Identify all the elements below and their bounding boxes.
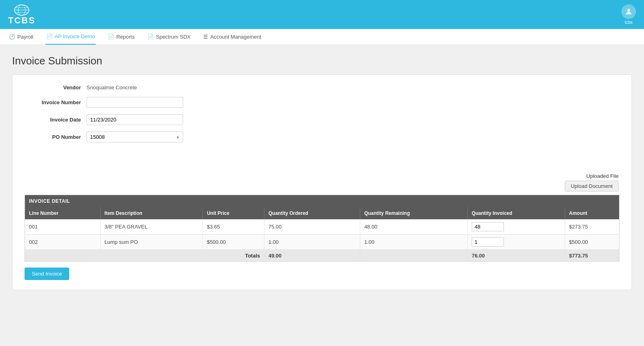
col-line-number: Line Number [25, 207, 101, 219]
col-unit-price: Unit Price [202, 207, 264, 219]
clock-icon: 🕐 [9, 34, 15, 40]
po-number-label: PO Number [25, 134, 81, 140]
invoice-detail-title: INVOICE DETAIL [25, 195, 619, 208]
spectrum-icon: 📄 [147, 34, 154, 40]
nav-bar: 🕐 Payroll 📄 AP Invoice Demo 📄 Reports 📄 … [0, 29, 644, 45]
logo: TCBS [8, 4, 35, 25]
user-icon [625, 8, 633, 16]
table-row: 002 Lump sum PO $500.00 1.00 1.00 $500.0… [25, 235, 619, 250]
nav-account-label: Account Management [210, 34, 261, 40]
cell-line-number: 002 [25, 235, 101, 250]
user-profile[interactable]: tcbs [621, 4, 636, 25]
vendor-label: Vendor [25, 84, 81, 91]
nav-ap-invoice-label: AP Invoice Demo [55, 33, 95, 39]
cell-qty-invoiced[interactable] [467, 235, 565, 250]
vendor-row: Vendor Snoqualmie Concrete [25, 84, 619, 91]
form-spacer [25, 149, 619, 173]
totals-row: Totals 49.00 76.00 $773.75 [25, 250, 619, 262]
qty-invoiced-input-1[interactable] [472, 222, 504, 231]
nav-reports[interactable]: 📄 Reports [107, 29, 136, 45]
cell-qty-ordered: 1.00 [264, 235, 360, 250]
invoice-number-input[interactable] [87, 97, 183, 108]
col-item-description: Item Description [100, 207, 202, 219]
vendor-value: Snoqualmie Concrete [87, 84, 137, 91]
uploaded-file-label: Uploaded File [25, 173, 619, 179]
totals-qty-invoiced: 76.00 [467, 250, 565, 262]
qty-invoiced-input-2[interactable] [472, 237, 504, 247]
ap-invoice-icon: 📄 [46, 33, 53, 39]
cell-line-number: 001 [25, 219, 101, 235]
col-quantity-invoiced: Quantity Invoiced [467, 207, 565, 219]
cell-amount: $500.00 [565, 235, 619, 250]
col-quantity-ordered: Quantity Ordered [264, 207, 360, 219]
totals-qty-remaining [360, 250, 467, 262]
table-row: 001 3/8" PEA GRAVEL $3.65 75.00 48.00 $2… [25, 219, 619, 235]
upload-document-button[interactable]: Upload Document [565, 181, 619, 192]
nav-spectrum-sdx[interactable]: 📄 Spectrum SDX [147, 29, 191, 45]
totals-qty-ordered: 49.00 [264, 250, 360, 262]
main-content: Invoice Submission Vendor Snoqualmie Con… [0, 45, 644, 300]
nav-reports-label: Reports [116, 34, 135, 40]
cell-unit-price: $3.65 [202, 219, 264, 235]
send-invoice-button[interactable]: Send Invoice [25, 268, 69, 280]
reports-icon: 📄 [108, 34, 114, 40]
cell-amount: $273.75 [565, 219, 619, 235]
upload-section: Uploaded File Upload Document [25, 173, 619, 192]
cell-qty-ordered: 75.00 [264, 219, 360, 235]
user-name-label: tcbs [625, 20, 633, 25]
account-mgmt-icon: ☰ [203, 34, 208, 40]
form-card: Vendor Snoqualmie Concrete Invoice Numbe… [12, 74, 632, 290]
po-number-row: PO Number 15008 15009 15010 ▼ [25, 132, 619, 142]
invoice-table: INVOICE DETAIL Line Number Item Descript… [25, 195, 619, 262]
nav-ap-invoice[interactable]: 📄 AP Invoice Demo [45, 29, 96, 45]
cell-qty-remaining: 1.00 [360, 235, 467, 250]
cell-unit-price: $500.00 [202, 235, 264, 250]
cell-qty-remaining: 48.00 [360, 219, 467, 235]
totals-label: Totals [25, 250, 264, 262]
invoice-number-label: Invoice Number [25, 99, 81, 105]
logo-text: TCBS [8, 16, 35, 25]
col-quantity-remaining: Quantity Remaining [360, 207, 467, 219]
header: TCBS tcbs [0, 0, 644, 29]
invoice-date-label: Invoice Date [25, 117, 81, 123]
nav-account-management[interactable]: ☰ Account Management [202, 29, 262, 45]
totals-amount: $773.75 [565, 250, 619, 262]
logo-globe-icon [14, 4, 30, 16]
avatar [621, 4, 636, 19]
nav-spectrum-label: Spectrum SDX [156, 34, 190, 40]
invoice-number-row: Invoice Number [25, 97, 619, 108]
invoice-detail-section: INVOICE DETAIL Line Number Item Descript… [25, 195, 619, 262]
svg-point-5 [627, 9, 630, 12]
nav-payroll-label: Payroll [17, 34, 33, 40]
cell-item-description: Lump sum PO [100, 235, 202, 250]
cell-item-description: 3/8" PEA GRAVEL [100, 219, 202, 235]
col-amount: Amount [565, 207, 619, 219]
page-title: Invoice Submission [12, 55, 632, 67]
po-number-select-wrapper: 15008 15009 15010 ▼ [87, 132, 183, 142]
invoice-date-row: Invoice Date [25, 114, 619, 125]
nav-payroll[interactable]: 🕐 Payroll [8, 29, 34, 45]
invoice-date-input[interactable] [87, 114, 183, 125]
po-number-select[interactable]: 15008 15009 15010 [87, 132, 183, 142]
cell-qty-invoiced[interactable] [467, 219, 565, 235]
